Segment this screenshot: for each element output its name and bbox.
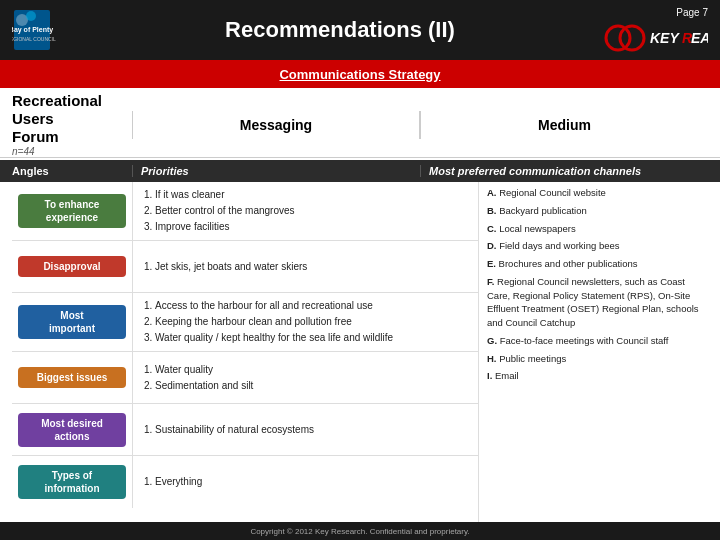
- angle-badge: To enhanceexperience: [18, 194, 126, 228]
- angle-badge: Disapproval: [18, 256, 126, 277]
- channel-item: G. Face-to-face meetings with Council st…: [487, 334, 700, 348]
- comm-strategy-label: Communications Strategy: [279, 67, 440, 82]
- main-layout: Recreational Users Forum n=44 Messaging …: [0, 88, 720, 522]
- channel-item: D. Field days and working bees: [487, 239, 700, 253]
- table-row: Most desiredactions Sustainability of na…: [12, 404, 478, 456]
- page-header: Bay of Plenty REGIONAL COUNCIL Recommend…: [0, 0, 720, 60]
- svg-point-5: [26, 11, 36, 21]
- footer-text: Copyright © 2012 Key Research. Confident…: [250, 527, 469, 536]
- list-item: Access to the harbour for all and recrea…: [155, 298, 470, 313]
- channels-panel: A. Regional Council website B. Backyard …: [478, 182, 708, 522]
- table-row: Disapproval Jet skis, jet boats and wate…: [12, 241, 478, 293]
- section-title: Recreational Users Forum: [12, 92, 132, 146]
- channel-item: H. Public meetings: [487, 352, 700, 366]
- bop-logo: Bay of Plenty REGIONAL COUNCIL: [12, 8, 92, 52]
- channels-col-header: Most preferred communication channels: [429, 165, 641, 177]
- page-footer: Copyright © 2012 Key Research. Confident…: [0, 522, 720, 540]
- channel-item: A. Regional Council website: [487, 186, 700, 200]
- angle-badge: Most desiredactions: [18, 413, 126, 447]
- table-row: Types ofinformation Everything: [12, 456, 478, 508]
- n-label: n=44: [12, 146, 132, 157]
- sub-header: Communications Strategy: [0, 60, 720, 88]
- priorities-col-header: Priorities: [141, 165, 189, 177]
- svg-text:KEY: KEY: [650, 30, 680, 46]
- table-row: To enhanceexperience If it was cleaner B…: [12, 182, 478, 241]
- list-item: Better control of the mangroves: [155, 203, 470, 218]
- angles-col-header: Angles: [12, 165, 49, 177]
- column-headers: Angles Priorities Most preferred communi…: [0, 158, 720, 182]
- svg-text:REGIONAL COUNCIL: REGIONAL COUNCIL: [12, 36, 56, 42]
- table-row: Mostimportant Access to the harbour for …: [12, 293, 478, 352]
- channel-item: F. Regional Council newsletters, such as…: [487, 275, 700, 330]
- svg-text:EARCH: EARCH: [691, 30, 708, 46]
- angle-badge: Mostimportant: [18, 305, 126, 339]
- angle-badge: Types ofinformation: [18, 465, 126, 499]
- page-number: Page 7: [676, 7, 708, 18]
- channel-item: E. Brochures and other publications: [487, 257, 700, 271]
- list-item: Jet skis, jet boats and water skiers: [155, 259, 470, 274]
- messaging-label: Messaging: [240, 117, 312, 133]
- channel-item: I. Email: [487, 369, 700, 383]
- list-item: Everything: [155, 474, 470, 489]
- table-row: Biggest issues Water quality Sedimentati…: [12, 352, 478, 404]
- list-item: Water quality: [155, 362, 470, 377]
- list-item: Water quality / kept healthy for the sea…: [155, 330, 470, 345]
- channel-item: B. Backyard publication: [487, 204, 700, 218]
- channel-item: C. Local newspapers: [487, 222, 700, 236]
- list-item: Keeping the harbour clean and pollution …: [155, 314, 470, 329]
- list-item: Sedimentation and silt: [155, 378, 470, 393]
- list-item: Improve facilities: [155, 219, 470, 234]
- medium-label: Medium: [538, 117, 591, 133]
- angle-badge: Biggest issues: [18, 367, 126, 388]
- page-title: Recommendations (II): [225, 17, 455, 43]
- list-item: If it was cleaner: [155, 187, 470, 202]
- keyresearch-logo: KEY R EARCH: [588, 22, 708, 54]
- list-item: Sustainability of natural ecosystems: [155, 422, 470, 437]
- svg-text:Bay of Plenty: Bay of Plenty: [12, 26, 53, 34]
